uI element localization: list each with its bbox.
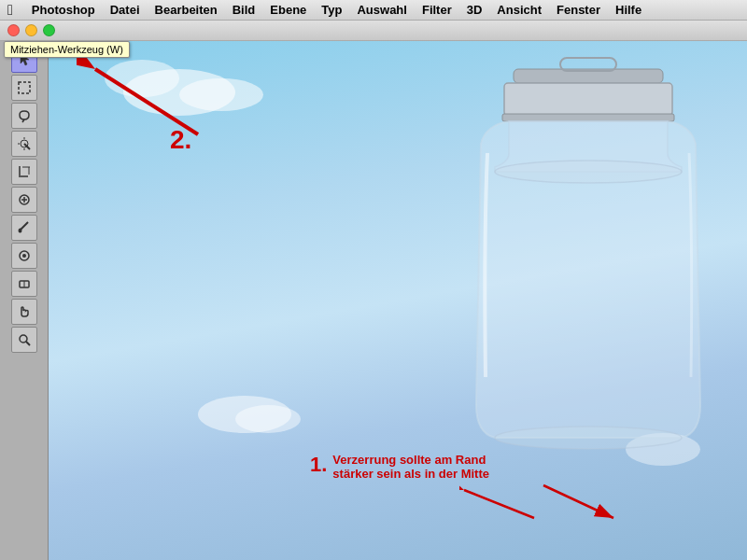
clone-tool-button[interactable] xyxy=(11,243,37,269)
menu-hilfe[interactable]: Hilfe xyxy=(608,0,649,21)
svg-rect-1 xyxy=(19,82,30,93)
menu-datei[interactable]: Datei xyxy=(103,0,148,21)
zoom-tool-button[interactable] xyxy=(11,327,37,353)
arrow-1b-svg xyxy=(459,485,543,523)
annotation-2-container: 2. xyxy=(170,125,191,155)
menu-fenster[interactable]: Fenster xyxy=(549,0,608,21)
arrow-2-svg xyxy=(77,55,207,139)
heal-icon xyxy=(17,192,32,207)
crop-tool-button[interactable] xyxy=(11,159,37,185)
menu-bild[interactable]: Bild xyxy=(225,0,263,21)
svg-line-32 xyxy=(464,490,534,518)
svg-line-34 xyxy=(95,69,198,134)
hand-icon xyxy=(17,304,32,319)
jar-image xyxy=(402,50,747,517)
annotation-1-text-line1: Verzerrung sollte am Rand xyxy=(332,453,489,467)
menu-bar:  Photoshop Datei Bearbeiten Bild Ebene … xyxy=(0,0,747,21)
svg-line-22 xyxy=(26,342,30,345)
menu-typ[interactable]: Typ xyxy=(314,0,349,21)
maximize-button[interactable] xyxy=(43,24,55,36)
window-chrome xyxy=(0,21,747,41)
menu-ebene[interactable]: Ebene xyxy=(262,0,314,21)
hand-tool-button[interactable] xyxy=(11,299,37,325)
menu-auswahl[interactable]: Auswahl xyxy=(349,0,414,21)
brush-tool-button[interactable] xyxy=(11,215,37,241)
svg-point-21 xyxy=(20,335,27,343)
lasso-icon xyxy=(17,108,32,123)
menu-ansicht[interactable]: Ansicht xyxy=(489,0,549,21)
eraser-icon xyxy=(17,276,32,291)
brush-icon xyxy=(17,220,32,235)
svg-line-30 xyxy=(543,485,613,518)
zoom-icon xyxy=(17,332,32,347)
menu-filter[interactable]: Filter xyxy=(415,0,459,21)
svg-point-27 xyxy=(495,161,682,183)
cloud-5 xyxy=(235,405,301,433)
apple-menu[interactable]:  xyxy=(7,2,13,19)
canvas-area: 1. Verzerrung sollte am Rand stärker sei… xyxy=(49,41,747,560)
menu-bearbeiten[interactable]: Bearbeiten xyxy=(148,0,225,21)
svg-rect-24 xyxy=(504,83,672,116)
arrow-1-svg xyxy=(534,481,627,527)
heal-tool-button[interactable] xyxy=(11,187,37,213)
clone-icon xyxy=(17,248,32,263)
annotation-1-container: 1. Verzerrung sollte am Rand stärker sei… xyxy=(310,453,489,481)
toolbar: Mitziehen-Werkzeug (W) xyxy=(0,41,49,560)
magic-wand-button[interactable] xyxy=(11,131,37,157)
annotation-1-text-line2: stärker sein als in der Mitte xyxy=(332,467,489,481)
annotation-1-number: 1. xyxy=(310,453,327,477)
svg-point-18 xyxy=(22,254,26,258)
minimize-button[interactable] xyxy=(25,24,37,36)
close-button[interactable] xyxy=(7,24,20,36)
menu-3d[interactable]: 3D xyxy=(459,0,490,21)
app-name-menu[interactable]: Photoshop xyxy=(24,0,103,21)
magic-wand-icon xyxy=(17,136,32,151)
main-area: Mitziehen-Werkzeug (W) xyxy=(0,41,747,560)
svg-rect-25 xyxy=(502,114,674,121)
svg-point-28 xyxy=(495,427,682,449)
crop-icon xyxy=(17,164,32,179)
svg-line-15 xyxy=(21,222,28,230)
selection-tool-button[interactable] xyxy=(11,75,37,101)
eraser-tool-button[interactable] xyxy=(11,271,37,297)
selection-icon xyxy=(17,80,32,95)
svg-point-16 xyxy=(18,229,21,233)
canvas-image: 1. Verzerrung sollte am Rand stärker sei… xyxy=(49,41,747,560)
lasso-tool-button[interactable] xyxy=(11,103,37,129)
tool-tooltip: Mitziehen-Werkzeug (W) xyxy=(4,41,130,58)
